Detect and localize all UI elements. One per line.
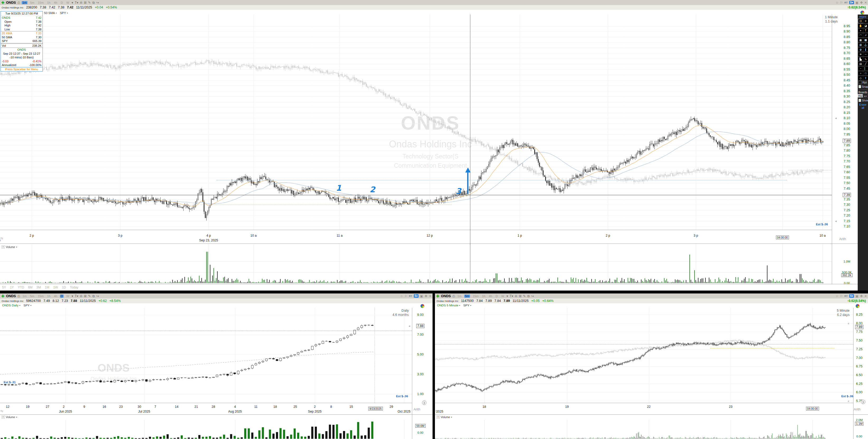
close-study-icon[interactable]: × <box>2 245 5 248</box>
arrow-up-tool[interactable]: ⇧ <box>863 76 868 80</box>
strategy-button[interactable]: S▾ <box>849 1 854 4</box>
drawn-annotation-2[interactable]: 2 <box>370 185 375 194</box>
palette-icon[interactable] <box>856 304 860 308</box>
favorite-star-icon[interactable]: ☆ <box>836 294 838 298</box>
trend-line-tool[interactable]: ╱ <box>863 62 868 66</box>
close-window-icon[interactable]: ✕ <box>864 1 867 4</box>
close-window-icon[interactable]: ✕ <box>864 294 867 298</box>
timeframe-button-5m[interactable]: 5m <box>29 294 35 298</box>
save-icon[interactable]: ▣ <box>856 1 859 4</box>
range-shortcut-ytd[interactable]: YTD <box>18 286 24 289</box>
text-annotation-button[interactable]: T▾ <box>75 294 78 298</box>
price-chart-canvas[interactable] <box>0 14 832 230</box>
volume-pane-label[interactable]: Volume <box>6 245 15 248</box>
horizontal-line-tool[interactable]: ─ <box>863 52 868 57</box>
bar-grid-tool[interactable]: ▥ <box>858 42 863 47</box>
fib-grid-tool[interactable]: ▦ <box>858 38 863 42</box>
chevron-down-icon[interactable]: ▾ <box>71 1 73 4</box>
board-tab-sy[interactable]: #sy <box>858 94 863 97</box>
print-icon[interactable]: ⎙ <box>18 294 20 298</box>
volume-canvas[interactable] <box>0 420 412 439</box>
legend-item-50sma[interactable]: 50 SMA▾ <box>44 11 57 14</box>
table-add-icon[interactable]: ⊞ <box>84 1 87 4</box>
range-shortcut-5y[interactable]: 5Y <box>2 286 6 289</box>
palette-icon[interactable] <box>860 10 864 14</box>
link-charts-icon[interactable]: ⇆ <box>1 409 3 413</box>
volume-study-icon[interactable]: ılı <box>80 1 82 4</box>
timeframe-button-1h[interactable]: 1h <box>46 294 51 298</box>
timeframe-button-1m[interactable]: 1m <box>22 294 28 298</box>
table-add-icon[interactable]: ⊞ <box>519 294 522 298</box>
timeframe-button-D[interactable]: D <box>60 294 64 298</box>
timeframe-button-15m[interactable]: 15m <box>472 294 479 298</box>
timeframe-button-W[interactable]: W <box>65 294 70 298</box>
volume-study-icon[interactable]: ılı <box>515 294 517 298</box>
strategy-button[interactable]: S▾ <box>414 294 418 298</box>
drawn-arrow-shaft[interactable] <box>467 172 468 194</box>
favorite-star-icon[interactable]: ☆ <box>400 294 403 298</box>
range-shortcut-1d[interactable]: 1D <box>62 286 66 289</box>
crosshair-tool[interactable]: ✛ <box>863 19 868 23</box>
range-shortcut-6m[interactable]: 6M <box>28 286 32 289</box>
legend-item-onds-daily[interactable]: ONDS Daily▾ <box>2 304 20 307</box>
folder-icon[interactable]: ⧉ <box>527 294 530 298</box>
timeframe-button-1h[interactable]: 1h <box>46 1 51 4</box>
chevron-down-icon[interactable]: ▾ <box>71 294 73 298</box>
fib-extension-tool[interactable]: ▩ <box>863 38 868 42</box>
snap-checkbox[interactable]: ✓Snap <box>858 85 868 89</box>
repeat-checkbox[interactable]: Rpt <box>858 80 868 85</box>
fan-tool[interactable]: ≋ <box>858 52 863 57</box>
board-tab-scr[interactable]: scr <box>863 94 868 98</box>
timeframe-button-5m[interactable]: 5m <box>464 294 470 298</box>
close-window-icon[interactable]: ✕ <box>429 294 432 298</box>
scroll-to-latest-button[interactable]: ❯ <box>422 401 427 405</box>
save-icon[interactable]: ▣ <box>856 294 859 298</box>
timeframe-button-4h[interactable]: 4h <box>53 294 58 298</box>
legend-item-spy[interactable]: SPY▾ <box>463 304 471 307</box>
vertical-line-tool[interactable]: ▏ <box>863 66 868 71</box>
timeframe-button-D[interactable]: D <box>495 294 499 298</box>
folder-icon[interactable]: ⧉ <box>92 294 95 298</box>
print-icon[interactable]: ⎙ <box>452 294 455 298</box>
add-symbol-icon[interactable]: ✚ <box>1 294 4 298</box>
timeframe-button-D[interactable]: D <box>60 1 64 4</box>
eraser-tool[interactable]: ◪ <box>863 24 868 28</box>
select-tool[interactable]: ⊡ <box>858 19 863 23</box>
polygon-tool[interactable]: ◇ <box>858 76 863 80</box>
flag-icon[interactable]: ⚐ <box>840 1 843 4</box>
volume-pane-label[interactable]: Volume <box>441 415 450 419</box>
axis-scale-label[interactable]: Arith <box>839 237 846 241</box>
timeframe-button-4h[interactable]: 4h <box>53 1 58 4</box>
horizontal-line-753[interactable] <box>217 180 787 180</box>
add-symbol-icon[interactable]: ✚ <box>1 1 4 4</box>
pencil-icon[interactable]: ✎ <box>88 1 91 4</box>
ray-tool[interactable]: ↗ <box>863 33 868 37</box>
timeframe-button-1m[interactable]: 1m <box>22 1 28 4</box>
timeframe-button-1m[interactable]: 1m <box>457 294 462 298</box>
share-icon[interactable]: ↪ <box>96 1 99 4</box>
more-tools-link[interactable]: more <box>858 14 868 19</box>
close-study-icon[interactable]: × <box>2 415 5 419</box>
timeframe-button-15m[interactable]: 15m <box>37 294 44 298</box>
timeframe-button-4h[interactable]: 4h <box>488 294 493 298</box>
scroll-to-latest-button[interactable]: ❯ <box>861 400 865 404</box>
timeframe-button-15m[interactable]: 15m <box>37 1 44 4</box>
share-icon[interactable]: ↪ <box>531 294 534 298</box>
timeframe-button-W[interactable]: W <box>65 1 70 4</box>
pencil-icon[interactable]: ✎ <box>88 294 91 298</box>
legend-item-spy[interactable]: SPY▾ <box>60 11 68 14</box>
volume-profile-tool[interactable]: ▙ <box>858 57 863 61</box>
save-icon[interactable]: ▣ <box>420 294 423 298</box>
range-shortcut-1w[interactable]: 1W <box>53 286 58 289</box>
drawn-line-739[interactable] <box>435 344 853 345</box>
timeframe-button-5m[interactable]: 5m <box>29 1 35 4</box>
show-checkbox[interactable]: ✓Show <box>858 98 868 103</box>
axis-scale-label[interactable]: Arith <box>413 408 421 411</box>
text-tool[interactable]: T <box>863 28 868 33</box>
rectangle-tool[interactable]: □ <box>863 71 868 76</box>
window-divider-vertical[interactable] <box>433 293 435 439</box>
parallel-lines-tool[interactable]: ∥ <box>863 47 868 52</box>
hand-tool[interactable]: ✋ <box>858 24 863 28</box>
close-study-icon[interactable]: × <box>436 415 440 419</box>
axis-scale-label[interactable]: Arith <box>854 408 861 411</box>
